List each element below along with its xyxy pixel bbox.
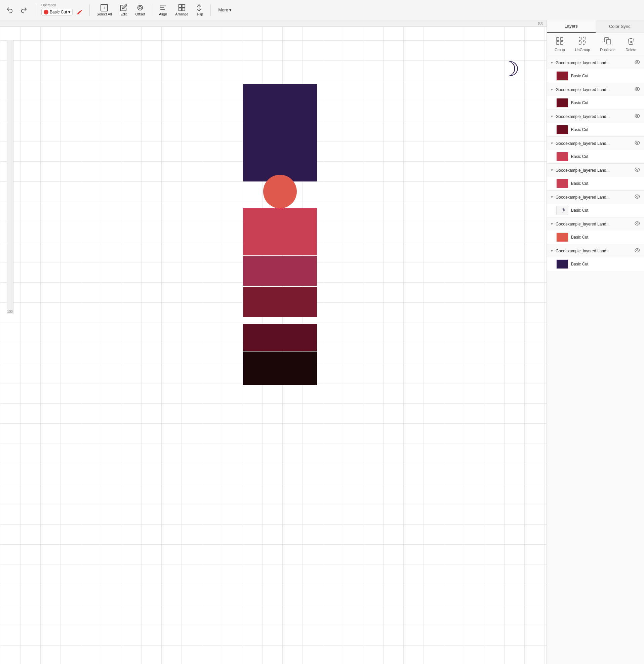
- eye-icon[interactable]: [634, 86, 641, 94]
- offset-button[interactable]: Offset: [133, 3, 148, 18]
- layer-group-header-4[interactable]: ▼Goodexample_layered Land...: [547, 137, 644, 150]
- layer-item-2[interactable]: Basic Cut: [547, 96, 644, 109]
- canvas-content: ☽: [14, 34, 546, 639]
- layer-item-1[interactable]: Basic Cut: [547, 69, 644, 83]
- layer-group-name-7: Goodexample_layered Land...: [556, 222, 632, 227]
- layer-item-7[interactable]: Basic Cut: [547, 230, 644, 244]
- layer-group-7: ▼Goodexample_layered Land...Basic Cut: [547, 217, 644, 244]
- layer-item-label-5: Basic Cut: [571, 181, 588, 186]
- pen-tool-button[interactable]: [74, 8, 85, 17]
- chevron-down-icon: ▼: [550, 61, 554, 64]
- eye-icon[interactable]: [634, 220, 641, 228]
- delete-icon: [627, 37, 635, 47]
- mid-layer[interactable]: [243, 256, 317, 286]
- eye-icon[interactable]: [634, 59, 641, 66]
- layer-group-header-3[interactable]: ▼Goodexample_layered Land...: [547, 110, 644, 123]
- operation-color-dot: [44, 10, 48, 15]
- darkest-layer[interactable]: [243, 324, 317, 351]
- more-chevron-icon: ▾: [229, 7, 232, 13]
- arrange-button[interactable]: Arrange: [173, 3, 191, 18]
- layers-list: ▼Goodexample_layered Land...Basic Cut▼Go…: [547, 56, 644, 664]
- select-all-icon: [101, 4, 108, 12]
- red-hills-layer[interactable]: [243, 208, 317, 255]
- layer-group-name-3: Goodexample_layered Land...: [556, 114, 632, 119]
- layer-item-4[interactable]: Basic Cut: [547, 150, 644, 163]
- layer-item-label-4: Basic Cut: [571, 154, 588, 159]
- layer-group-name-4: Goodexample_layered Land...: [556, 141, 632, 146]
- tab-layers[interactable]: Layers: [547, 20, 596, 33]
- ungroup-label: UnGroup: [575, 48, 590, 52]
- layer-item-8[interactable]: Basic Cut: [547, 257, 644, 271]
- separator-1: [37, 4, 37, 16]
- eye-icon[interactable]: [634, 166, 641, 174]
- layer-group-name-6: Goodexample_layered Land...: [556, 195, 632, 200]
- ruler-top-value: 100: [538, 21, 543, 25]
- svg-point-23: [637, 169, 638, 170]
- eye-icon[interactable]: [634, 247, 641, 255]
- layer-item-5[interactable]: Basic Cut: [547, 177, 644, 190]
- design-shapes: ☽: [27, 47, 533, 385]
- layer-item-label-2: Basic Cut: [571, 101, 588, 105]
- svg-point-25: [637, 223, 638, 224]
- edit-label: Edit: [120, 12, 127, 16]
- layer-group-2: ▼Goodexample_layered Land...Basic Cut: [547, 83, 644, 110]
- layer-thumbnail: [556, 260, 568, 269]
- svg-rect-7: [179, 8, 181, 11]
- svg-rect-14: [579, 38, 582, 40]
- flip-label: Flip: [197, 12, 203, 16]
- layer-group-header-2[interactable]: ▼Goodexample_layered Land...: [547, 83, 644, 96]
- align-label: Align: [159, 12, 167, 16]
- svg-point-1: [139, 6, 141, 9]
- eye-icon[interactable]: [634, 112, 641, 120]
- layer-group-6: ▼Goodexample_layered Land...☽Basic Cut: [547, 190, 644, 217]
- select-all-button[interactable]: Select All: [94, 3, 114, 18]
- layer-group-header-6[interactable]: ▼Goodexample_layered Land...: [547, 190, 644, 204]
- ungroup-button[interactable]: UnGroup: [572, 36, 593, 53]
- separator-2: [89, 4, 90, 16]
- layer-group-header-7[interactable]: ▼Goodexample_layered Land...: [547, 217, 644, 230]
- layer-group-header-5[interactable]: ▼Goodexample_layered Land...: [547, 164, 644, 177]
- dark-rectangle[interactable]: [243, 84, 317, 182]
- redo-button[interactable]: [18, 5, 30, 15]
- separator-3: [152, 4, 152, 16]
- layer-group-4: ▼Goodexample_layered Land...Basic Cut: [547, 137, 644, 164]
- edit-button[interactable]: Edit: [117, 3, 130, 18]
- svg-rect-13: [560, 42, 563, 44]
- panel-tabs: Layers Color Sync: [547, 20, 644, 33]
- delete-button[interactable]: Delete: [623, 36, 639, 53]
- chevron-down-icon: ▼: [550, 222, 554, 226]
- group-button[interactable]: Group: [552, 36, 568, 53]
- dark-red-layer[interactable]: [243, 287, 317, 317]
- moon-shape: ☽: [502, 57, 520, 81]
- eye-icon[interactable]: [634, 193, 641, 201]
- svg-rect-17: [583, 42, 586, 44]
- svg-point-21: [637, 115, 638, 117]
- more-label: More: [218, 7, 228, 13]
- chevron-down-icon: ▼: [550, 168, 554, 172]
- cactus-layer[interactable]: [243, 352, 317, 385]
- align-button[interactable]: Align: [156, 3, 170, 18]
- eye-icon[interactable]: [634, 140, 641, 147]
- svg-rect-18: [606, 40, 611, 44]
- delete-label: Delete: [625, 48, 636, 52]
- ungroup-icon: [579, 37, 586, 47]
- layer-item-6[interactable]: ☽Basic Cut: [547, 204, 644, 217]
- group-icon: [556, 37, 564, 47]
- more-button[interactable]: More ▾: [215, 6, 235, 14]
- svg-point-26: [637, 250, 638, 251]
- undo-button[interactable]: [3, 5, 16, 15]
- flip-button[interactable]: Flip: [194, 3, 206, 18]
- operation-select[interactable]: Basic Cut ▾: [41, 9, 73, 16]
- layer-group-header-1[interactable]: ▼Goodexample_layered Land...: [547, 56, 644, 69]
- svg-rect-16: [579, 42, 582, 44]
- canvas-area[interactable]: 100 100 ☽: [0, 20, 546, 664]
- group-label: Group: [555, 48, 565, 52]
- duplicate-button[interactable]: Duplicate: [597, 36, 618, 53]
- layer-item-3[interactable]: Basic Cut: [547, 123, 644, 137]
- layer-group-header-8[interactable]: ▼Goodexample_layered Land...: [547, 244, 644, 257]
- duplicate-icon: [604, 37, 612, 47]
- sun-circle[interactable]: [263, 175, 297, 208]
- operation-label: Operation: [41, 3, 56, 7]
- select-all-label: Select All: [97, 12, 112, 16]
- tab-color-sync[interactable]: Color Sync: [596, 20, 644, 33]
